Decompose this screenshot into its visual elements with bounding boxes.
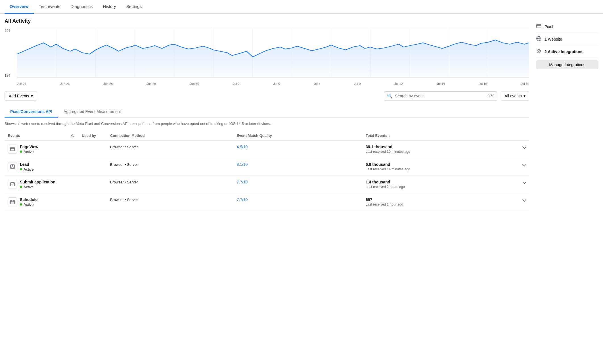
- pixel-label: Pixel: [545, 24, 553, 29]
- connection-cell-schedule: Browser • Server: [107, 193, 233, 211]
- website-info: 1 Website: [536, 33, 598, 45]
- event-cell-lead: Lead Active: [5, 158, 67, 175]
- col-events: Events: [5, 131, 67, 140]
- svg-point-18: [12, 148, 12, 148]
- x-label-12: Jul 19: [521, 82, 529, 85]
- toolbar: Add Events ▾ 🔍 0/50 All events ▾: [5, 88, 529, 104]
- used-by-cell-schedule: [78, 193, 107, 211]
- match-quality-cell-pageview: 4.9/10: [233, 140, 362, 158]
- event-cell-schedule: Schedule Active: [5, 193, 67, 211]
- chart-area: [17, 29, 529, 78]
- x-label-5: Jul 2: [233, 82, 239, 85]
- expand-icon-lead[interactable]: [522, 162, 526, 166]
- sub-tab-aggregated[interactable]: Aggregated Event Measurement: [58, 106, 127, 118]
- expand-cell-lead[interactable]: [520, 158, 529, 175]
- search-count: 0/50: [488, 94, 494, 98]
- all-activity-section: All Activity 954 184: [5, 18, 529, 85]
- x-label-4: Jun 30: [190, 82, 199, 85]
- filter-dropdown[interactable]: All events ▾: [501, 91, 529, 101]
- events-description: Shows all web events received through th…: [5, 121, 529, 127]
- expand-icon-submit[interactable]: [522, 180, 526, 184]
- expand-cell-schedule[interactable]: [520, 193, 529, 211]
- status-dot-lead: [20, 168, 22, 170]
- manage-integrations-button[interactable]: Manage Integrations: [536, 60, 598, 69]
- chart-y-min: 184: [5, 74, 14, 78]
- x-label-3: Jun 28: [146, 82, 156, 85]
- expand-icon-schedule[interactable]: [522, 197, 526, 201]
- integrations-info: 2 Active Integrations: [536, 45, 598, 58]
- total-events-cell-lead: 6.8 thousand Last received 14 minutes ag…: [362, 158, 520, 175]
- sub-tab-pixel[interactable]: Pixel/Conversions API: [5, 106, 58, 118]
- chart-y-labels: 954 184: [5, 29, 16, 78]
- x-label-11: Jul 16: [479, 82, 487, 85]
- col-connection: Connection Method: [107, 131, 233, 140]
- search-input[interactable]: [395, 94, 485, 98]
- event-cell-pageview: PageView Active: [5, 140, 67, 158]
- event-name-submit: Submit application: [20, 180, 55, 184]
- match-quality-cell-submit: 7.7/10: [233, 175, 362, 193]
- expand-cell-submit[interactable]: [520, 175, 529, 193]
- table-row: Schedule Active Browser • Server: [5, 193, 529, 211]
- event-icon-lead: [8, 162, 17, 171]
- add-events-chevron-icon: ▾: [31, 94, 33, 98]
- total-events-cell-pageview: 38.1 thousand Last received 10 minutes a…: [362, 140, 520, 158]
- connection-cell-submit: Browser • Server: [107, 175, 233, 193]
- table-row: Submit application Active Browser • Serv…: [5, 175, 529, 193]
- expand-icon-pageview[interactable]: [522, 145, 526, 148]
- add-events-label: Add Events: [9, 94, 29, 98]
- svg-rect-28: [537, 24, 541, 28]
- total-events-cell-submit: 1.4 thousand Last received 2 hours ago: [362, 175, 520, 193]
- warning-cell-submit: [67, 175, 78, 193]
- event-status-label-pageview: Active: [24, 150, 34, 154]
- x-label-10: Jul 14: [437, 82, 445, 85]
- search-container: 🔍 0/50: [384, 91, 497, 101]
- tab-test-events[interactable]: Test events: [34, 0, 66, 14]
- table-row: Lead Active Browser • Server: [5, 158, 529, 175]
- used-by-cell-lead: [78, 158, 107, 175]
- left-panel: All Activity 954 184: [5, 18, 529, 211]
- col-total-events[interactable]: Total Events ↓: [362, 131, 520, 140]
- event-status-label-submit: Active: [24, 185, 34, 189]
- add-events-button[interactable]: Add Events ▾: [5, 91, 37, 101]
- match-quality-cell-lead: 8.1/10: [233, 158, 362, 175]
- x-label-8: Jul 9: [354, 82, 361, 85]
- event-icon-submit: [8, 180, 17, 189]
- event-status-submit: Active: [20, 185, 55, 189]
- tab-overview[interactable]: Overview: [5, 0, 34, 14]
- website-label: 1 Website: [545, 37, 562, 41]
- section-title: All Activity: [5, 18, 529, 24]
- col-match-quality: Event Match Quality: [233, 131, 362, 140]
- event-name-schedule: Schedule: [20, 197, 37, 202]
- main-content: All Activity 954 184: [0, 14, 603, 216]
- right-panel: Pixel 1 Website 2 Active Integrations Ma: [536, 18, 598, 211]
- match-quality-cell-schedule: 7.7/10: [233, 193, 362, 211]
- col-expand: [520, 131, 529, 140]
- sub-tabs: Pixel/Conversions API Aggregated Event M…: [5, 106, 529, 118]
- status-dot-schedule: [20, 203, 22, 206]
- nav-tabs: Overview Test events Diagnostics History…: [0, 0, 603, 14]
- tab-settings[interactable]: Settings: [121, 0, 147, 14]
- event-status-label-lead: Active: [24, 167, 34, 171]
- event-status-label-schedule: Active: [24, 202, 34, 207]
- event-status-schedule: Active: [20, 202, 37, 207]
- used-by-cell-pageview: [78, 140, 107, 158]
- connection-cell-lead: Browser • Server: [107, 158, 233, 175]
- event-status-pageview: Active: [20, 150, 38, 154]
- tab-history[interactable]: History: [98, 0, 121, 14]
- tab-diagnostics[interactable]: Diagnostics: [66, 0, 98, 14]
- table-row: PageView Active Browser • Server: [5, 140, 529, 158]
- expand-cell-pageview[interactable]: [520, 140, 529, 158]
- event-icon-pageview: [8, 145, 17, 154]
- svg-point-17: [11, 148, 12, 148]
- svg-rect-21: [11, 183, 14, 186]
- svg-point-20: [12, 165, 13, 167]
- search-icon: 🔍: [387, 93, 393, 99]
- globe-icon: [536, 36, 542, 42]
- col-used-by: Used by: [78, 131, 107, 140]
- status-dot-submit: [20, 186, 22, 188]
- event-icon-schedule: [8, 197, 17, 206]
- event-status-lead: Active: [20, 167, 34, 171]
- x-label-0: Jun 21: [17, 82, 26, 85]
- col-warning: ⚠: [67, 131, 78, 140]
- event-name-lead: Lead: [20, 162, 34, 167]
